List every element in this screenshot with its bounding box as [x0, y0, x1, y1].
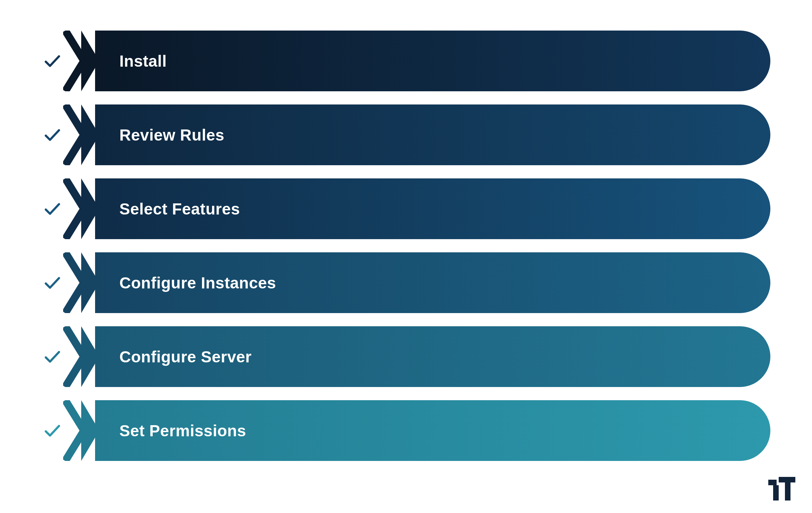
check-icon — [42, 274, 63, 292]
step-bar: Review Rules — [95, 104, 770, 165]
step-configure-server: Configure Server — [42, 326, 770, 387]
chevron-icon — [63, 31, 101, 91]
step-label: Review Rules — [119, 126, 225, 144]
step-label: Set Permissions — [119, 421, 246, 440]
step-review-rules: Review Rules — [42, 104, 770, 165]
step-list: Install Review Rules Sel — [42, 31, 770, 461]
step-select-features: Select Features — [42, 178, 770, 239]
chevron-icon — [63, 178, 101, 239]
step-bar: Install — [95, 31, 770, 91]
check-icon — [42, 126, 63, 144]
step-install: Install — [42, 31, 770, 91]
check-icon — [42, 348, 63, 366]
chevron-icon — [63, 326, 101, 387]
step-bar: Configure Instances — [95, 252, 770, 313]
check-icon — [42, 200, 63, 218]
diagram-canvas: Install Review Rules Sel — [0, 0, 812, 513]
chevron-icon — [63, 252, 101, 313]
step-label: Configure Server — [119, 347, 252, 366]
step-bar: Set Permissions — [95, 400, 770, 461]
step-set-permissions: Set Permissions — [42, 400, 770, 461]
svg-rect-1 — [779, 477, 795, 482]
chevron-icon — [63, 400, 101, 461]
step-bar: Select Features — [95, 178, 770, 239]
step-label: Select Features — [119, 200, 240, 218]
chevron-icon — [63, 104, 101, 165]
step-label: Configure Instances — [119, 274, 276, 292]
svg-rect-3 — [785, 482, 790, 501]
step-label: Install — [119, 52, 167, 70]
svg-rect-0 — [768, 480, 777, 485]
check-icon — [42, 422, 63, 440]
step-configure-instances: Configure Instances — [42, 252, 770, 313]
logo-icon — [768, 477, 795, 502]
check-icon — [42, 52, 63, 70]
svg-rect-2 — [773, 485, 779, 501]
step-bar: Configure Server — [95, 326, 770, 387]
